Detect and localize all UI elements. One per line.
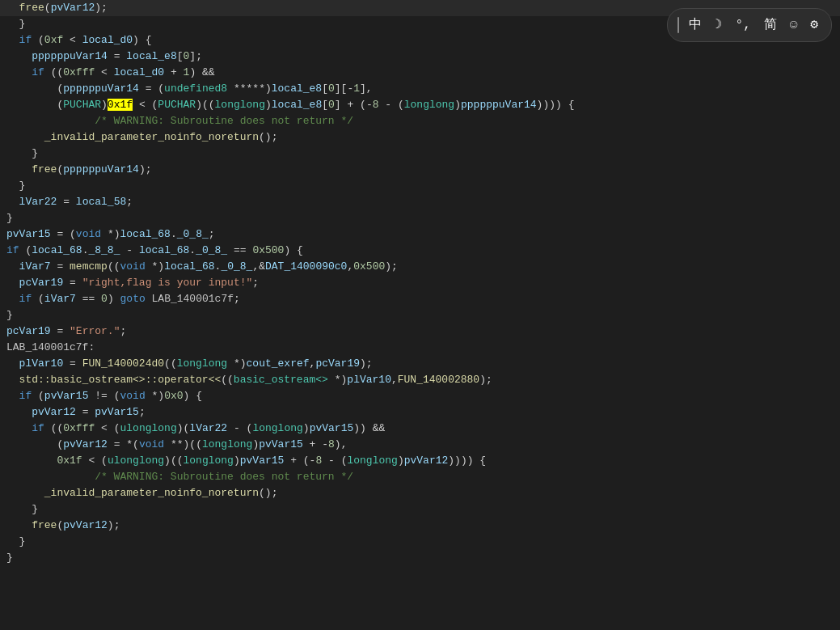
code-line: lVar22 = local_58; — [0, 194, 840, 210]
code-line: (ppppppuVar14 = (undefined8 *****)local_… — [0, 81, 840, 97]
gear-icon[interactable]: ⚙ — [807, 14, 821, 36]
code-line-comment: /* WARNING: Subroutine does not return *… — [0, 113, 840, 129]
code-line: 0x1f < (ulonglong)((longlong)pvVar15 + (… — [0, 453, 840, 469]
code-line: } — [0, 534, 840, 550]
code-line: pvVar15 = (void *)local_68._0_8_; — [0, 226, 840, 243]
code-line: } — [0, 146, 840, 162]
smiley-icon[interactable]: ☺ — [787, 14, 801, 36]
code-line: } — [0, 178, 840, 194]
code-line-string: pcVar19 = "right,flag is your input!"; — [0, 275, 840, 291]
code-line: if (local_68._8_8_ - local_68._0_8_ == 0… — [0, 243, 840, 259]
code-line: plVar10 = FUN_1400024d0((longlong *)cout… — [0, 356, 840, 372]
code-line: if (pvVar15 != (void *)0x0) { — [0, 388, 840, 404]
degree-comma-icon[interactable]: °, — [732, 14, 754, 36]
code-line-highlight: (PUCHAR)0x1f < (PUCHAR)((longlong)local_… — [0, 97, 840, 113]
code-line: } — [0, 501, 840, 518]
code-line: } — [0, 550, 840, 566]
code-line: std::basic_ostream<>::operator<<((basic_… — [0, 372, 840, 388]
code-line: _invalid_parameter_noinfo_noreturn(); — [0, 485, 840, 501]
code-line: if (iVar7 == 0) goto LAB_140001c7f; — [0, 291, 840, 307]
code-line: if ((0xfff < (ulonglong)(lVar22 - (longl… — [0, 421, 840, 437]
code-line: free(ppppppuVar14); — [0, 162, 840, 178]
code-line: _invalid_parameter_noinfo_noreturn(); — [0, 129, 840, 146]
simplified-chinese-icon[interactable]: 简 — [761, 14, 780, 36]
code-line: iVar7 = memcmp((void *)local_68._0_8_,&D… — [0, 259, 840, 275]
toolbar-divider-bar — [677, 17, 679, 33]
code-line: } — [0, 307, 840, 323]
code-line: free(pvVar12); — [0, 518, 840, 534]
code-line-string: pcVar19 = "Error."; — [0, 323, 840, 340]
code-line: } — [0, 210, 840, 226]
code-line: pvVar12 = pvVar15; — [0, 404, 840, 421]
moon-icon[interactable]: ☽ — [711, 14, 726, 36]
code-line-label: LAB_140001c7f: — [0, 340, 840, 356]
code-line: if ((0xfff < local_d0 + 1) && — [0, 65, 840, 81]
code-line: (pvVar12 = *(void **)((longlong)pvVar15 … — [0, 437, 840, 453]
code-line-comment: /* WARNING: Subroutine does not return *… — [0, 469, 840, 485]
toolbar[interactable]: 中 ☽ °, 简 ☺ ⚙ — [667, 8, 832, 42]
chinese-char-icon[interactable]: 中 — [686, 14, 705, 36]
code-line: ppppppuVar14 = local_e8[0]; — [0, 49, 840, 65]
code-editor: 中 ☽ °, 简 ☺ ⚙ free(pvVar12); } if (0xf < … — [0, 0, 840, 630]
